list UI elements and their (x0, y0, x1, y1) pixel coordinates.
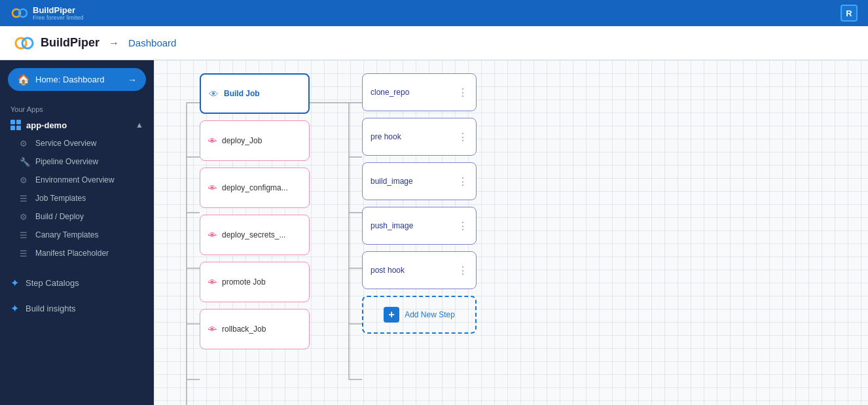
job-card-label: rollback_Job (222, 325, 266, 334)
home-btn-arrow: → (128, 75, 137, 85)
sidebar-item-job-templates[interactable]: ☰ Job Templates (0, 189, 154, 207)
subbar: BuildPiper → Dashboard (0, 26, 868, 60)
step-menu-icon[interactable]: ⋮ (458, 220, 468, 232)
step-card-clone-repo[interactable]: clone_repo ⋮ (362, 73, 477, 111)
content-area: 👁 Build Job 👁 deploy_Job 👁 deploy_config… (154, 60, 868, 405)
job-card-label: deploy_configma... (222, 183, 288, 192)
pipeline-jobs-column: 👁 Build Job 👁 deploy_Job 👁 deploy_config… (200, 73, 310, 356)
topbar-logo-text: BuildPiper (33, 5, 84, 15)
step-card-push-image[interactable]: push_image ⋮ (362, 207, 477, 245)
wrench-icon: 🔧 (20, 157, 29, 166)
home-dashboard-button[interactable]: 🏠 Home: Dashboard → (8, 68, 146, 91)
buildpiper-logo-icon (13, 33, 34, 54)
topbar: BuildPiper Free forever limited R (0, 0, 868, 26)
eye-off-icon: 👁 (208, 325, 217, 334)
home-btn-label: Home: Dashboard (35, 75, 122, 84)
main-layout: 🏠 Home: Dashboard → Your Apps app-demo ▲… (0, 60, 868, 405)
sidebar-item-service-overview[interactable]: ⚙ Service Overview (0, 134, 154, 152)
job-card-deploy-secrets[interactable]: 👁 deploy_secrets_... (200, 215, 310, 255)
step-card-build-image[interactable]: build_image ⋮ (362, 162, 477, 200)
pipeline-steps-column: clone_repo ⋮ pre hook ⋮ build_image ⋮ pu… (362, 73, 477, 340)
subbar-dashboard-link[interactable]: Dashboard (128, 37, 176, 48)
topbar-logo-sub: Free forever limited (33, 15, 84, 21)
eye-off-icon: 👁 (208, 230, 217, 240)
gear-icon: ⚙ (20, 175, 29, 185)
add-step-label: Add New Step (405, 310, 455, 319)
eye-off-icon: 👁 (208, 277, 217, 287)
subbar-app-name: BuildPiper (41, 36, 99, 50)
step-menu-icon[interactable]: ⋮ (458, 86, 468, 99)
your-apps-label: Your Apps (0, 99, 154, 116)
plus-icon: + (384, 307, 399, 323)
step-label: push_image (371, 221, 413, 230)
step-menu-icon[interactable]: ⋮ (458, 175, 468, 188)
doc-icon: ☰ (20, 230, 29, 239)
gear-icon: ⚙ (20, 212, 29, 221)
sidebar-item-build-deploy[interactable]: ⚙ Build / Deploy (0, 207, 154, 226)
job-card-rollback-job[interactable]: 👁 rollback_Job (200, 309, 310, 349)
sidebar-item-canary-templates[interactable]: ☰ Canary Templates (0, 226, 154, 244)
step-card-post-hook[interactable]: post hook ⋮ (362, 251, 477, 289)
step-card-pre-hook[interactable]: pre hook ⋮ (362, 118, 477, 156)
doc-icon: ☰ (20, 249, 29, 258)
job-card-deploy-job[interactable]: 👁 deploy_Job (200, 120, 310, 161)
doc-icon: ☰ (20, 194, 29, 203)
step-label: post hook (371, 266, 405, 275)
subbar-arrow: → (109, 37, 119, 49)
topbar-avatar[interactable]: R (841, 5, 858, 22)
job-card-deploy-configma[interactable]: 👁 deploy_configma... (200, 167, 310, 208)
sidebar-item-environment-overview[interactable]: ⚙ Environment Overview (0, 171, 154, 189)
svg-point-3 (22, 38, 33, 48)
app-grid-icon (10, 120, 21, 130)
topbar-logo: BuildPiper Free forever limited (10, 5, 84, 21)
job-card-label: deploy_Job (222, 136, 262, 145)
job-card-build-job[interactable]: 👁 Build Job (200, 73, 310, 114)
step-label: pre hook (371, 132, 401, 141)
sidebar-item-manifest-placeholder[interactable]: ☰ Manifest Placeholder (0, 244, 154, 262)
eye-icon: 👁 (209, 88, 219, 99)
chevron-up-icon: ▲ (136, 120, 143, 130)
pipeline-canvas: 👁 Build Job 👁 deploy_Job 👁 deploy_config… (154, 60, 868, 405)
star-icon: ✦ (10, 277, 19, 289)
eye-off-icon: 👁 (208, 136, 217, 146)
app-demo-header[interactable]: app-demo ▲ (0, 116, 154, 134)
app-name-text: app-demo (26, 120, 67, 130)
job-card-label: promote Job (222, 277, 266, 287)
step-menu-icon[interactable]: ⋮ (458, 264, 468, 277)
job-card-label: Build Job (224, 89, 260, 98)
step-label: build_image (371, 177, 413, 186)
sidebar-item-step-catalogs[interactable]: ✦ Step Catalogs (0, 270, 154, 296)
step-label: clone_repo (371, 88, 409, 97)
add-new-step-button[interactable]: + Add New Step (362, 296, 477, 334)
star-icon: ✦ (10, 302, 19, 315)
sidebar-item-pipeline-overview[interactable]: 🔧 Pipeline Overview (0, 152, 154, 171)
step-menu-icon[interactable]: ⋮ (458, 131, 468, 143)
eye-off-icon: 👁 (208, 183, 217, 193)
job-card-promote-job[interactable]: 👁 promote Job (200, 262, 310, 302)
sidebar: 🏠 Home: Dashboard → Your Apps app-demo ▲… (0, 60, 154, 405)
sidebar-item-build-insights[interactable]: ✦ Build insights (0, 296, 154, 321)
home-icon: 🏠 (17, 73, 30, 86)
job-card-label: deploy_secrets_... (222, 230, 285, 239)
sidebar-menu: ⚙ Service Overview 🔧 Pipeline Overview ⚙… (0, 134, 154, 262)
gear-icon: ⚙ (20, 139, 29, 148)
